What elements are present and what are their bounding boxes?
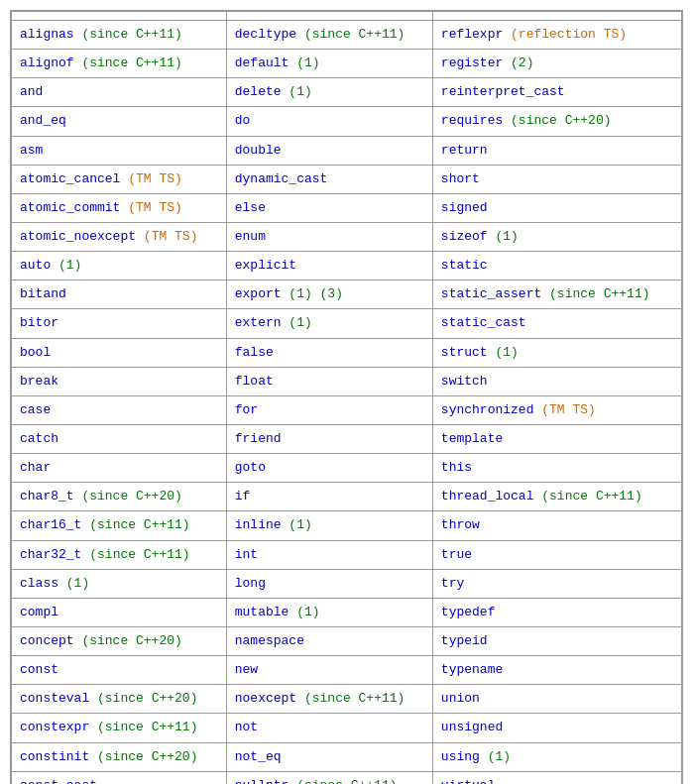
col-header-dp [226,12,432,21]
keywords-table-container: alignas (since C++11)decltype (since C++… [10,10,683,784]
table-row: template [432,424,681,453]
table-row: case [12,395,227,424]
table-row: break [12,367,227,395]
table-row: static_cast [432,309,681,338]
table-row: noexcept (since C++11) [226,685,432,714]
table-row: namespace [226,626,432,655]
table-row: synchronized (TM TS) [432,395,681,424]
table-row: false [226,338,432,367]
table-row: using (1) [432,742,681,771]
table-row: virtual [432,771,681,784]
table-row: bitand [12,280,227,309]
table-row: new [226,656,432,685]
table-row: dynamic_cast [226,165,432,193]
table-row: try [432,569,681,598]
table-row: compl [12,598,227,626]
table-row: asm [12,136,227,165]
table-row: class (1) [12,569,227,598]
table-row: catch [12,424,227,453]
table-row: reinterpret_cast [432,78,681,107]
table-row: requires (since C++20) [432,107,681,136]
table-row: constinit (since C++20) [12,742,227,771]
table-row: register (2) [432,50,681,78]
table-row: typedef [432,598,681,626]
table-row: char [12,454,227,483]
table-row: else [226,193,432,222]
table-row: if [226,483,432,511]
table-row: and_eq [12,107,227,136]
table-row: atomic_noexcept (TM TS) [12,222,227,251]
table-row: throw [432,511,681,540]
table-row: nullptr (since C++11) [226,771,432,784]
table-row: delete (1) [226,78,432,107]
table-row: const [12,656,227,685]
table-row: and [12,78,227,107]
table-row: enum [226,222,432,251]
table-row: double [226,136,432,165]
table-row: friend [226,424,432,453]
table-row: for [226,395,432,424]
table-row: union [432,685,681,714]
table-row: struct (1) [432,338,681,367]
table-row: int [226,540,432,569]
col-header-ac [12,12,227,21]
table-row: default (1) [226,50,432,78]
col-header-rz [432,12,681,21]
table-row: long [226,569,432,598]
table-row: goto [226,454,432,483]
table-row: constexpr (since C++11) [12,714,227,742]
table-row: mutable (1) [226,598,432,626]
table-row: alignof (since C++11) [12,50,227,78]
table-row: decltype (since C++11) [226,21,432,50]
table-row: static [432,252,681,280]
table-row: extern (1) [226,309,432,338]
table-row: char8_t (since C++20) [12,483,227,511]
table-row: not_eq [226,742,432,771]
table-row: concept (since C++20) [12,626,227,655]
table-row: short [432,165,681,193]
table-row: char16_t (since C++11) [12,511,227,540]
table-row: bool [12,338,227,367]
table-row: typeid [432,626,681,655]
table-row: float [226,367,432,395]
table-row: explicit [226,252,432,280]
table-row: consteval (since C++20) [12,685,227,714]
table-row: export (1) (3) [226,280,432,309]
table-row: bitor [12,309,227,338]
table-row: sizeof (1) [432,222,681,251]
table-row: typename [432,656,681,685]
table-row: not [226,714,432,742]
table-row: return [432,136,681,165]
table-row: switch [432,367,681,395]
table-row: true [432,540,681,569]
table-row: char32_t (since C++11) [12,540,227,569]
table-row: inline (1) [226,511,432,540]
table-row: static_assert (since C++11) [432,280,681,309]
table-row: alignas (since C++11) [12,21,227,50]
table-row: const_cast [12,771,227,784]
table-row: do [226,107,432,136]
table-row: thread_local (since C++11) [432,483,681,511]
table-row: atomic_commit (TM TS) [12,193,227,222]
table-row: auto (1) [12,252,227,280]
keywords-table: alignas (since C++11)decltype (since C++… [11,11,682,784]
table-row: this [432,454,681,483]
table-row: atomic_cancel (TM TS) [12,165,227,193]
table-row: unsigned [432,714,681,742]
table-row: reflexpr (reflection TS) [432,21,681,50]
table-row: signed [432,193,681,222]
